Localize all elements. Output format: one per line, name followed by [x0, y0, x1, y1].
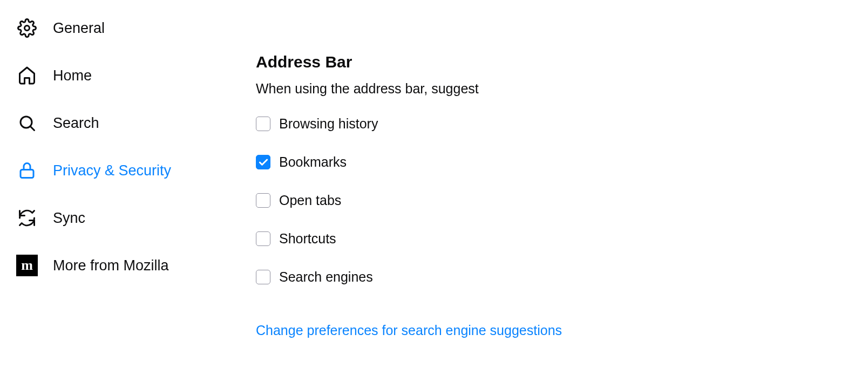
option-label: Browsing history — [279, 116, 378, 132]
sidebar-item-privacy[interactable]: Privacy & Security — [16, 160, 243, 181]
svg-point-1 — [21, 117, 32, 128]
sidebar-item-label: Privacy & Security — [53, 162, 171, 179]
option-shortcuts[interactable]: Shortcuts — [256, 231, 868, 247]
section-title: Address Bar — [256, 53, 868, 71]
sidebar-item-more-mozilla[interactable]: m More from Mozilla — [16, 255, 243, 276]
checkbox-browsing-history[interactable] — [256, 117, 270, 131]
sidebar-item-search[interactable]: Search — [16, 112, 243, 134]
sidebar-item-sync[interactable]: Sync — [16, 207, 243, 229]
search-icon — [16, 112, 38, 134]
sidebar-item-label: Search — [53, 115, 99, 132]
gear-icon — [16, 17, 38, 39]
option-label: Shortcuts — [279, 231, 336, 247]
home-icon — [16, 65, 38, 86]
svg-rect-3 — [21, 170, 33, 178]
sidebar-item-label: Home — [53, 67, 92, 84]
settings-main: Address Bar When using the address bar, … — [243, 14, 868, 382]
sidebar-item-home[interactable]: Home — [16, 65, 243, 86]
sync-icon — [16, 207, 38, 229]
option-label: Bookmarks — [279, 154, 347, 170]
option-label: Open tabs — [279, 193, 341, 208]
checkbox-shortcuts[interactable] — [256, 231, 270, 246]
sidebar-item-general[interactable]: General — [16, 17, 243, 39]
section-subtitle: When using the address bar, suggest — [256, 81, 868, 97]
sidebar-item-label: Sync — [53, 210, 85, 227]
option-browsing-history[interactable]: Browsing history — [256, 116, 868, 132]
sidebar-item-label: General — [53, 20, 105, 37]
checkbox-search-engines[interactable] — [256, 270, 270, 284]
option-search-engines[interactable]: Search engines — [256, 269, 868, 285]
option-open-tabs[interactable]: Open tabs — [256, 193, 868, 208]
mozilla-icon: m — [16, 255, 38, 276]
change-search-suggestions-link[interactable]: Change preferences for search engine sug… — [256, 323, 562, 338]
option-label: Search engines — [279, 269, 373, 285]
sidebar-item-label: More from Mozilla — [53, 257, 169, 274]
lock-icon — [16, 160, 38, 181]
svg-point-0 — [25, 26, 30, 31]
svg-line-2 — [31, 127, 35, 131]
settings-sidebar: General Home Search Privacy & Security S… — [16, 14, 243, 382]
option-bookmarks[interactable]: Bookmarks — [256, 154, 868, 170]
checkbox-bookmarks[interactable] — [256, 155, 270, 169]
checkbox-open-tabs[interactable] — [256, 193, 270, 208]
